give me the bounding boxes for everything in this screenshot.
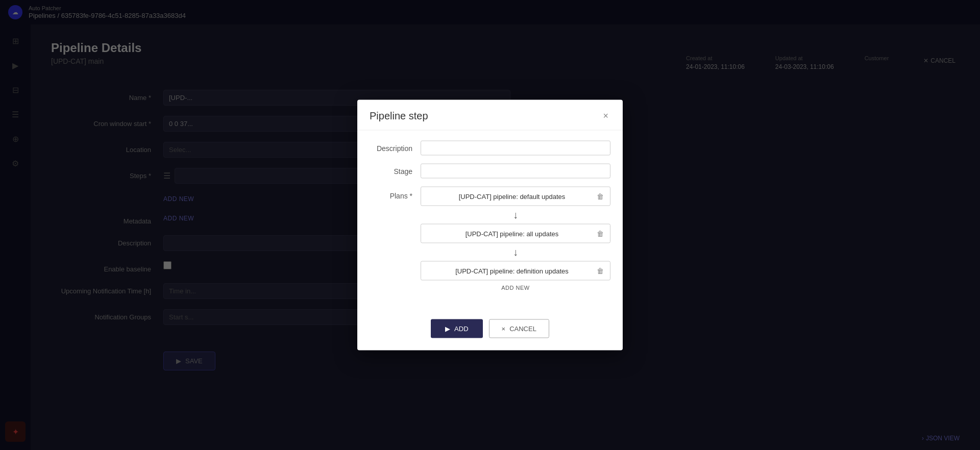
modal-description-input[interactable] — [421, 141, 610, 156]
modal-header: Pipeline step × — [357, 100, 623, 131]
plan-text: [UPD-CAT] pipeline: definition updates — [427, 267, 597, 274]
modal-close-button[interactable]: × — [601, 111, 610, 121]
modal-plans-label: Plans * — [370, 187, 421, 200]
plan-text: [UPD-CAT] pipeline: all updates — [427, 230, 597, 237]
modal-plans-row: Plans * [UPD-CAT] pipeline: default upda… — [370, 187, 610, 293]
plan-text: [UPD-CAT] pipeline: default updates — [427, 192, 597, 200]
modal-add-button[interactable]: ▶ ADD — [431, 319, 482, 338]
modal-description-label: Description — [370, 144, 421, 152]
plan-delete-button[interactable]: 🗑 — [597, 230, 604, 238]
plan-item: [UPD-CAT] pipeline: default updates 🗑 — [421, 187, 610, 206]
plan-delete-button[interactable]: 🗑 — [597, 267, 604, 275]
modal-cancel-button[interactable]: × CANCEL — [489, 319, 549, 338]
modal-stage-row: Stage — [370, 164, 610, 179]
plan-item: [UPD-CAT] pipeline: definition updates 🗑 — [421, 261, 610, 281]
plans-list: [UPD-CAT] pipeline: default updates 🗑 ↓ … — [421, 187, 610, 293]
plan-delete-button[interactable]: 🗑 — [597, 192, 604, 201]
plan-arrow: ↓ — [421, 206, 610, 224]
pipeline-step-modal: Pipeline step × Description Stage Plans … — [357, 100, 623, 351]
modal-body: Description Stage Plans * [UPD-CAT] pipe… — [357, 131, 623, 311]
modal-description-row: Description — [370, 141, 610, 156]
modal-footer: ▶ ADD × CANCEL — [357, 311, 623, 351]
modal-stage-label: Stage — [370, 167, 421, 175]
modal-title: Pipeline step — [370, 110, 428, 122]
plan-arrow: ↓ — [421, 243, 610, 261]
add-new-plan-button[interactable]: ADD NEW — [421, 281, 610, 293]
modal-stage-input[interactable] — [421, 164, 610, 179]
add-icon: ▶ — [445, 325, 450, 333]
cancel-icon: × — [502, 325, 506, 333]
plan-item: [UPD-CAT] pipeline: all updates 🗑 — [421, 224, 610, 243]
